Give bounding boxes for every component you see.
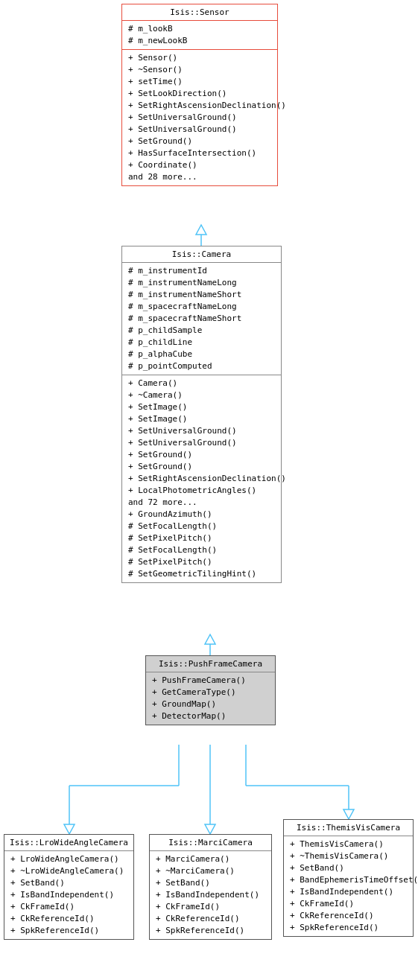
camera-method-4: + SetImage() bbox=[128, 413, 275, 425]
camera-field-6: # p_childSample bbox=[128, 325, 275, 337]
camera-method-14: # SetFocalLength() bbox=[128, 544, 275, 556]
camera-method-2: + ~Camera() bbox=[128, 389, 275, 401]
lrowide-method-6: + CkReferenceId() bbox=[10, 913, 127, 925]
pushframe-method-3: + GroundMap() bbox=[152, 699, 269, 710]
sensor-more: and 28 more... bbox=[128, 171, 271, 183]
lrowide-methods-section: + LroWideAngleCamera() + ~LroWideAngleCa… bbox=[4, 851, 133, 939]
camera-methods-section: + Camera() + ~Camera() + SetImage() + Se… bbox=[122, 375, 281, 582]
themis-method-4: + BandEphemerisTimeOffset() bbox=[290, 874, 407, 886]
lrowide-method-3: + SetBand() bbox=[10, 877, 127, 889]
camera-field-4: # m_spacecraftNameLong bbox=[128, 301, 275, 313]
themis-method-7: + CkReferenceId() bbox=[290, 910, 407, 922]
lrowide-class-box: Isis::LroWideAngleCamera + LroWideAngleC… bbox=[4, 834, 134, 940]
pushframe-method-1: + PushFrameCamera() bbox=[152, 675, 269, 687]
camera-title: Isis::Camera bbox=[122, 246, 281, 263]
themis-methods-section: + ThemisVisCamera() + ~ThemisVisCamera()… bbox=[284, 836, 413, 936]
marci-class-box: Isis::MarciCamera + MarciCamera() + ~Mar… bbox=[149, 834, 272, 940]
camera-field-7: # p_childLine bbox=[128, 337, 275, 349]
marci-method-3: + SetBand() bbox=[156, 877, 265, 889]
marci-method-6: + CkReferenceId() bbox=[156, 913, 265, 925]
camera-method-8: + SetGround() bbox=[128, 461, 275, 473]
sensor-field-1: # m_lookB bbox=[128, 23, 271, 35]
sensor-field-2: # m_newLookB bbox=[128, 35, 271, 47]
themis-method-1: + ThemisVisCamera() bbox=[290, 839, 407, 850]
themis-title: Isis::ThemisVisCamera bbox=[284, 820, 413, 836]
camera-method-12: # SetFocalLength() bbox=[128, 521, 275, 532]
pushframe-title: Isis::PushFrameCamera bbox=[146, 656, 275, 672]
camera-method-15: # SetPixelPitch() bbox=[128, 556, 275, 568]
sensor-method-6: + SetUniversalGround() bbox=[128, 112, 271, 124]
sensor-class-box: Isis::Sensor # m_lookB # m_newLookB + Se… bbox=[121, 4, 278, 186]
camera-field-2: # m_instrumentNameLong bbox=[128, 277, 275, 289]
camera-field-5: # m_spacecraftNameShort bbox=[128, 313, 275, 325]
camera-field-1: # m_instrumentId bbox=[128, 265, 275, 277]
sensor-method-3: + setTime() bbox=[128, 76, 271, 88]
pushframe-class-box: Isis::PushFrameCamera + PushFrameCamera(… bbox=[145, 655, 276, 725]
diagram-container: Isis::Sensor # m_lookB # m_newLookB + Se… bbox=[0, 0, 418, 980]
camera-method-11: + GroundAzimuth() bbox=[128, 509, 275, 521]
camera-method-16: # SetGeometricTilingHint() bbox=[128, 568, 275, 580]
svg-marker-9 bbox=[64, 824, 75, 834]
sensor-method-9: + HasSurfaceIntersection() bbox=[128, 147, 271, 159]
sensor-method-8: + SetGround() bbox=[128, 136, 271, 147]
pushframe-methods-section: + PushFrameCamera() + GetCameraType() + … bbox=[146, 672, 275, 725]
camera-more: and 72 more... bbox=[128, 497, 275, 509]
camera-method-7: + SetGround() bbox=[128, 449, 275, 461]
camera-field-3: # m_instrumentNameShort bbox=[128, 289, 275, 301]
marci-method-2: + ~MarciCamera() bbox=[156, 865, 265, 877]
camera-method-6: + SetUniversalGround() bbox=[128, 437, 275, 449]
themis-method-5: + IsBandIndependent() bbox=[290, 886, 407, 898]
pushframe-method-4: + DetectorMap() bbox=[152, 710, 269, 722]
lrowide-method-1: + LroWideAngleCamera() bbox=[10, 853, 127, 865]
themis-class-box: Isis::ThemisVisCamera + ThemisVisCamera(… bbox=[283, 819, 414, 937]
svg-marker-5 bbox=[205, 634, 215, 644]
themis-method-8: + SpkReferenceId() bbox=[290, 922, 407, 934]
sensor-method-1: + Sensor() bbox=[128, 52, 271, 64]
sensor-title: Isis::Sensor bbox=[122, 4, 277, 21]
svg-marker-2 bbox=[196, 225, 206, 235]
marci-method-7: + SpkReferenceId() bbox=[156, 925, 265, 937]
camera-class-box: Isis::Camera # m_instrumentId # m_instru… bbox=[121, 246, 282, 583]
pushframe-method-2: + GetCameraType() bbox=[152, 687, 269, 699]
lrowide-method-7: + SpkReferenceId() bbox=[10, 925, 127, 937]
camera-field-9: # p_pointComputed bbox=[128, 360, 275, 372]
svg-marker-11 bbox=[205, 824, 215, 834]
camera-field-8: # p_alphaCube bbox=[128, 349, 275, 360]
marci-method-1: + MarciCamera() bbox=[156, 853, 265, 865]
marci-methods-section: + MarciCamera() + ~MarciCamera() + SetBa… bbox=[150, 851, 271, 939]
camera-method-5: + SetUniversalGround() bbox=[128, 425, 275, 437]
sensor-method-2: + ~Sensor() bbox=[128, 64, 271, 76]
sensor-method-10: + Coordinate() bbox=[128, 159, 271, 171]
sensor-method-7: + SetUniversalGround() bbox=[128, 124, 271, 136]
marci-method-5: + CkFrameId() bbox=[156, 901, 265, 913]
lrowide-method-2: + ~LroWideAngleCamera() bbox=[10, 865, 127, 877]
camera-method-10: + LocalPhotometricAngles() bbox=[128, 485, 275, 497]
marci-title: Isis::MarciCamera bbox=[150, 835, 271, 851]
marci-method-4: + IsBandIndependent() bbox=[156, 889, 265, 901]
svg-marker-15 bbox=[343, 809, 354, 819]
lrowide-title: Isis::LroWideAngleCamera bbox=[4, 835, 133, 851]
themis-method-6: + CkFrameId() bbox=[290, 898, 407, 910]
camera-method-9: + SetRightAscensionDeclination() bbox=[128, 473, 275, 485]
sensor-method-4: + SetLookDirection() bbox=[128, 88, 271, 100]
camera-method-3: + SetImage() bbox=[128, 401, 275, 413]
sensor-methods-section: + Sensor() + ~Sensor() + setTime() + Set… bbox=[122, 50, 277, 185]
camera-method-13: # SetPixelPitch() bbox=[128, 532, 275, 544]
lrowide-method-5: + CkFrameId() bbox=[10, 901, 127, 913]
themis-method-2: + ~ThemisVisCamera() bbox=[290, 850, 407, 862]
lrowide-method-4: + IsBandIndependent() bbox=[10, 889, 127, 901]
sensor-method-5: + SetRightAscensionDeclination() bbox=[128, 100, 271, 112]
sensor-fields-section: # m_lookB # m_newLookB bbox=[122, 21, 277, 50]
camera-fields-section: # m_instrumentId # m_instrumentNameLong … bbox=[122, 263, 281, 375]
camera-method-1: + Camera() bbox=[128, 378, 275, 389]
themis-method-3: + SetBand() bbox=[290, 862, 407, 874]
